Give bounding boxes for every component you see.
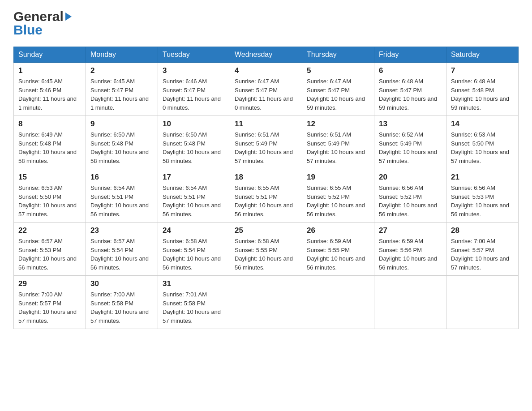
day-info: Sunrise: 6:52 AM Sunset: 5:49 PM Dayligh… (379, 130, 442, 165)
day-info: Sunrise: 6:53 AM Sunset: 5:50 PM Dayligh… (451, 130, 514, 165)
calendar-table: SundayMondayTuesdayWednesdayThursdayFrid… (13, 47, 519, 329)
day-info: Sunrise: 6:48 AM Sunset: 5:48 PM Dayligh… (451, 77, 514, 112)
header-monday: Monday (86, 47, 158, 63)
calendar-cell: 3 Sunrise: 6:46 AM Sunset: 5:47 PM Dayli… (158, 63, 230, 116)
day-info: Sunrise: 6:47 AM Sunset: 5:47 PM Dayligh… (307, 77, 369, 112)
calendar-cell: 11 Sunrise: 6:51 AM Sunset: 5:49 PM Dayl… (230, 116, 302, 169)
week-row-5: 29 Sunrise: 7:00 AM Sunset: 5:57 PM Dayl… (14, 276, 519, 329)
calendar-cell (230, 276, 302, 329)
week-row-1: 1 Sunrise: 6:45 AM Sunset: 5:46 PM Dayli… (14, 63, 519, 116)
day-info: Sunrise: 6:51 AM Sunset: 5:49 PM Dayligh… (235, 130, 297, 165)
day-number: 3 (163, 66, 225, 75)
day-info: Sunrise: 6:53 AM Sunset: 5:50 PM Dayligh… (18, 184, 81, 218)
calendar-body: 1 Sunrise: 6:45 AM Sunset: 5:46 PM Dayli… (14, 63, 519, 329)
header-tuesday: Tuesday (158, 47, 230, 63)
day-info: Sunrise: 6:48 AM Sunset: 5:47 PM Dayligh… (379, 77, 442, 112)
calendar-cell: 23 Sunrise: 6:57 AM Sunset: 5:54 PM Dayl… (86, 223, 158, 276)
calendar-cell: 13 Sunrise: 6:52 AM Sunset: 5:49 PM Dayl… (374, 116, 446, 169)
day-info: Sunrise: 7:00 AM Sunset: 5:57 PM Dayligh… (18, 290, 81, 325)
calendar-cell: 22 Sunrise: 6:57 AM Sunset: 5:53 PM Dayl… (14, 223, 86, 276)
calendar-cell (446, 276, 519, 329)
header-wednesday: Wednesday (230, 47, 302, 63)
logo-arrow-icon (65, 13, 72, 21)
day-number: 19 (307, 173, 369, 182)
calendar-cell: 15 Sunrise: 6:53 AM Sunset: 5:50 PM Dayl… (14, 169, 86, 223)
day-number: 11 (235, 120, 297, 128)
day-info: Sunrise: 6:51 AM Sunset: 5:49 PM Dayligh… (307, 130, 369, 165)
calendar-cell: 7 Sunrise: 6:48 AM Sunset: 5:48 PM Dayli… (446, 63, 519, 116)
day-info: Sunrise: 6:47 AM Sunset: 5:47 PM Dayligh… (235, 77, 297, 112)
day-number: 14 (451, 120, 514, 128)
calendar-cell: 6 Sunrise: 6:48 AM Sunset: 5:47 PM Dayli… (374, 63, 446, 116)
day-info: Sunrise: 7:00 AM Sunset: 5:57 PM Dayligh… (451, 237, 514, 272)
day-number: 29 (18, 279, 81, 288)
calendar-cell: 29 Sunrise: 7:00 AM Sunset: 5:57 PM Dayl… (14, 276, 86, 329)
day-number: 16 (90, 173, 153, 182)
calendar-cell: 2 Sunrise: 6:45 AM Sunset: 5:47 PM Dayli… (86, 63, 158, 116)
day-number: 26 (307, 226, 369, 235)
calendar-cell: 12 Sunrise: 6:51 AM Sunset: 5:49 PM Dayl… (302, 116, 374, 169)
day-info: Sunrise: 6:57 AM Sunset: 5:54 PM Dayligh… (90, 237, 153, 272)
day-info: Sunrise: 6:50 AM Sunset: 5:48 PM Dayligh… (90, 130, 153, 165)
calendar-cell: 19 Sunrise: 6:55 AM Sunset: 5:52 PM Dayl… (302, 169, 374, 223)
day-number: 7 (451, 66, 514, 75)
day-number: 6 (379, 66, 442, 75)
calendar-cell: 14 Sunrise: 6:53 AM Sunset: 5:50 PM Dayl… (446, 116, 519, 169)
day-number: 17 (163, 173, 225, 182)
day-number: 18 (235, 173, 297, 182)
day-info: Sunrise: 6:59 AM Sunset: 5:56 PM Dayligh… (379, 237, 442, 272)
calendar-cell: 10 Sunrise: 6:50 AM Sunset: 5:48 PM Dayl… (158, 116, 230, 169)
calendar-cell: 27 Sunrise: 6:59 AM Sunset: 5:56 PM Dayl… (374, 223, 446, 276)
header-friday: Friday (374, 47, 446, 63)
day-number: 28 (451, 226, 514, 235)
calendar-cell: 4 Sunrise: 6:47 AM Sunset: 5:47 PM Dayli… (230, 63, 302, 116)
calendar-cell: 18 Sunrise: 6:55 AM Sunset: 5:51 PM Dayl… (230, 169, 302, 223)
page-header: General Blue (13, 9, 519, 38)
day-number: 12 (307, 120, 369, 128)
day-number: 5 (307, 66, 369, 75)
day-number: 20 (379, 173, 442, 182)
day-info: Sunrise: 6:45 AM Sunset: 5:47 PM Dayligh… (90, 77, 153, 112)
day-info: Sunrise: 6:54 AM Sunset: 5:51 PM Dayligh… (163, 184, 225, 218)
day-info: Sunrise: 6:54 AM Sunset: 5:51 PM Dayligh… (90, 184, 153, 218)
day-info: Sunrise: 6:56 AM Sunset: 5:53 PM Dayligh… (451, 184, 514, 218)
day-info: Sunrise: 6:55 AM Sunset: 5:52 PM Dayligh… (307, 184, 369, 218)
day-number: 9 (90, 120, 153, 128)
header-row: SundayMondayTuesdayWednesdayThursdayFrid… (14, 47, 519, 63)
day-info: Sunrise: 6:58 AM Sunset: 5:54 PM Dayligh… (163, 237, 225, 272)
calendar-cell: 20 Sunrise: 6:56 AM Sunset: 5:52 PM Dayl… (374, 169, 446, 223)
day-number: 30 (90, 279, 153, 288)
day-number: 1 (18, 66, 81, 75)
day-number: 8 (18, 120, 81, 128)
week-row-2: 8 Sunrise: 6:49 AM Sunset: 5:48 PM Dayli… (14, 116, 519, 169)
calendar-cell: 5 Sunrise: 6:47 AM Sunset: 5:47 PM Dayli… (302, 63, 374, 116)
calendar-cell: 9 Sunrise: 6:50 AM Sunset: 5:48 PM Dayli… (86, 116, 158, 169)
day-info: Sunrise: 6:59 AM Sunset: 5:55 PM Dayligh… (307, 237, 369, 272)
day-number: 25 (235, 226, 297, 235)
calendar-cell: 25 Sunrise: 6:58 AM Sunset: 5:55 PM Dayl… (230, 223, 302, 276)
calendar-cell: 28 Sunrise: 7:00 AM Sunset: 5:57 PM Dayl… (446, 223, 519, 276)
day-info: Sunrise: 6:49 AM Sunset: 5:48 PM Dayligh… (18, 130, 81, 165)
calendar-cell: 31 Sunrise: 7:01 AM Sunset: 5:58 PM Dayl… (158, 276, 230, 329)
day-info: Sunrise: 6:55 AM Sunset: 5:51 PM Dayligh… (235, 184, 297, 218)
calendar-cell: 30 Sunrise: 7:00 AM Sunset: 5:58 PM Dayl… (86, 276, 158, 329)
day-number: 4 (235, 66, 297, 75)
day-info: Sunrise: 7:01 AM Sunset: 5:58 PM Dayligh… (163, 290, 225, 325)
calendar-cell: 24 Sunrise: 6:58 AM Sunset: 5:54 PM Dayl… (158, 223, 230, 276)
calendar-cell: 17 Sunrise: 6:54 AM Sunset: 5:51 PM Dayl… (158, 169, 230, 223)
day-info: Sunrise: 6:50 AM Sunset: 5:48 PM Dayligh… (163, 130, 225, 165)
calendar-cell: 1 Sunrise: 6:45 AM Sunset: 5:46 PM Dayli… (14, 63, 86, 116)
day-number: 27 (379, 226, 442, 235)
calendar-cell (302, 276, 374, 329)
calendar-header: SundayMondayTuesdayWednesdayThursdayFrid… (14, 47, 519, 63)
day-info: Sunrise: 6:45 AM Sunset: 5:46 PM Dayligh… (18, 77, 81, 112)
day-info: Sunrise: 6:46 AM Sunset: 5:47 PM Dayligh… (163, 77, 225, 112)
day-number: 13 (379, 120, 442, 128)
day-info: Sunrise: 6:58 AM Sunset: 5:55 PM Dayligh… (235, 237, 297, 272)
day-number: 2 (90, 66, 153, 75)
day-number: 22 (18, 226, 81, 235)
calendar-cell (374, 276, 446, 329)
logo-blue: Blue (13, 22, 43, 38)
calendar-cell: 26 Sunrise: 6:59 AM Sunset: 5:55 PM Dayl… (302, 223, 374, 276)
calendar-cell: 16 Sunrise: 6:54 AM Sunset: 5:51 PM Dayl… (86, 169, 158, 223)
